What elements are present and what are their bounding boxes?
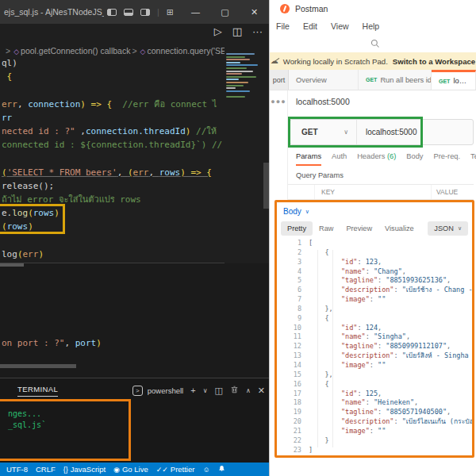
- import-button[interactable]: port: [270, 70, 289, 90]
- token: (: [128, 167, 133, 178]
- status-bar: UTF-8CRLF{}JavaScript◉Go Live✓✓Prettier☺: [0, 463, 269, 476]
- minimap-line: [226, 82, 248, 83]
- breadcrumb[interactable]: >◇pool.getConnection() callback>◇connect…: [4, 46, 225, 56]
- annotation-box-orange-terminal: [0, 399, 131, 461]
- close-button[interactable]: ✕: [240, 0, 269, 24]
- horizontal-scrollbar[interactable]: [0, 364, 76, 368]
- statusbar-item[interactable]: ◉Go Live: [113, 465, 148, 474]
- offline-cloud-icon: ☁: [271, 57, 278, 65]
- shell-name[interactable]: powershell: [148, 386, 183, 395]
- chevron-down-icon: ∨: [458, 225, 462, 232]
- request-tab-pre-req-[interactable]: Pre-req.: [433, 152, 460, 164]
- request-tab-auth[interactable]: Auth: [332, 152, 347, 164]
- kill-terminal-icon[interactable]: [230, 385, 239, 396]
- token: 123: [366, 258, 378, 267]
- close-panel-icon[interactable]: ✕: [258, 386, 265, 396]
- format-dropdown[interactable]: JSON∨: [428, 221, 468, 236]
- run-button[interactable]: ▷: [214, 25, 222, 37]
- statusbar-label: Go Live: [122, 465, 148, 474]
- view-tab-visualize[interactable]: Visualize: [378, 221, 420, 236]
- json-line: 3 "id": 123,: [277, 258, 472, 267]
- token: [309, 286, 341, 295]
- response-body-dropdown[interactable]: Body ∨: [283, 207, 309, 216]
- more-options-icon[interactable]: ●●●: [270, 98, 287, 106]
- token: on port : ?": [2, 338, 64, 348]
- minimize-button[interactable]: —: [181, 0, 210, 24]
- breadcrumb-item[interactable]: pool.getConnection() callback: [21, 46, 130, 56]
- token: ,: [447, 408, 451, 417]
- postman-logo-icon: [280, 4, 290, 13]
- line-number: 1: [277, 239, 309, 248]
- token: ,: [75, 126, 86, 136]
- token: "image": [341, 295, 370, 305]
- key-header: KEY: [315, 185, 431, 199]
- token: "id": [341, 324, 357, 333]
- statusbar-item[interactable]: UTF-8: [6, 465, 28, 474]
- toggle-sidebar-icon[interactable]: [107, 9, 117, 16]
- maximize-button[interactable]: ▢: [210, 0, 240, 24]
- tab-terminal[interactable]: TERMINAL: [17, 385, 58, 397]
- chevron-down-icon: ∨: [305, 209, 309, 215]
- customize-layout-icon[interactable]: ⊞: [167, 7, 174, 17]
- menu-item-view[interactable]: View: [331, 21, 349, 31]
- more-actions-icon[interactable]: ···: [252, 25, 263, 37]
- switch-workspace-link[interactable]: Switch to a Workspace: [393, 57, 475, 66]
- token: :: [366, 267, 374, 277]
- toggle-panel-icon[interactable]: [124, 9, 133, 16]
- new-terminal-icon[interactable]: +: [190, 386, 195, 395]
- powershell-icon[interactable]: >: [132, 386, 143, 396]
- editor-scrollbar[interactable]: [263, 163, 269, 209]
- tab-localhost-5000[interactable]: GETlocalhost:5000: [432, 70, 476, 90]
- token: [309, 361, 341, 370]
- line-number: 4: [277, 267, 309, 277]
- minimap[interactable]: [226, 53, 263, 164]
- response-json-viewer[interactable]: 1[2 {3 "id": 123,4 "name": "Chang",5 "ta…: [277, 239, 472, 455]
- breadcrumb-item[interactable]: connection.query('SELECT: [147, 46, 225, 56]
- view-tab-preview[interactable]: Preview: [340, 221, 378, 236]
- tab-run-all-beers-id-1[interactable]: GETRun all beers id 1: [359, 70, 432, 90]
- request-tab-body[interactable]: Body: [406, 152, 423, 164]
- terminal-dropdown-icon[interactable]: ∨: [203, 387, 208, 394]
- token: [309, 267, 341, 277]
- split-editor-icon[interactable]: ◫: [232, 25, 242, 37]
- statusbar-item[interactable]: ✓✓Prettier: [156, 465, 195, 474]
- token: ]: [309, 446, 313, 455]
- token: err: [2, 99, 17, 109]
- token: "เบียร์สิงห์ - Singha เบียร: [402, 351, 472, 361]
- menu-item-help[interactable]: Help: [363, 21, 380, 31]
- json-line: 19 "tagline": "8850571940500",: [277, 408, 472, 417]
- menu-item-file[interactable]: File: [276, 21, 290, 31]
- statusbar-item[interactable]: ☺: [202, 466, 209, 474]
- statusbar-item[interactable]: CRLF: [36, 465, 56, 474]
- checkbox-column: [288, 185, 315, 199]
- menu-item-edit[interactable]: Edit: [303, 21, 317, 31]
- line-number: 17: [277, 390, 309, 399]
- token: //ให้: [190, 126, 217, 136]
- params-table-header: KEY VALUE: [288, 184, 474, 200]
- method-select[interactable]: GET ∨: [290, 120, 357, 144]
- statusbar-item[interactable]: [218, 465, 225, 474]
- request-tab-params[interactable]: Params: [296, 152, 321, 166]
- view-tab-raw[interactable]: Raw: [313, 221, 340, 236]
- code-line: log(err): [2, 248, 44, 261]
- token: {: [2, 71, 12, 82]
- token: (: [17, 249, 23, 259]
- scrollbar-thumb-small[interactable]: [0, 263, 24, 267]
- search-icon[interactable]: [370, 39, 380, 48]
- line-number: 8: [277, 305, 309, 314]
- token: "name": [341, 267, 366, 277]
- request-tab-tests[interactable]: Tests: [470, 152, 476, 164]
- bell-icon: [218, 465, 225, 474]
- maximize-panel-icon[interactable]: ∧: [246, 387, 251, 394]
- statusbar-item[interactable]: {}JavaScript: [63, 465, 106, 474]
- split-terminal-icon[interactable]: ◫: [215, 386, 223, 396]
- token: 125: [366, 390, 378, 399]
- url-input[interactable]: localhost:5000: [357, 128, 417, 136]
- toggle-secondary-sidebar-icon[interactable]: [140, 9, 150, 16]
- statusbar-label: UTF-8: [6, 465, 28, 474]
- request-tab-headers[interactable]: Headers (6): [357, 152, 396, 164]
- minimap-line: [226, 85, 244, 86]
- tab-overview[interactable]: Overview: [289, 70, 359, 90]
- view-tab-pretty[interactable]: Pretty: [281, 221, 313, 236]
- vscode-window: ejs_sql.js - AjNesTNodeJS_... | ⊞ — ▢ ✕ …: [0, 0, 269, 476]
